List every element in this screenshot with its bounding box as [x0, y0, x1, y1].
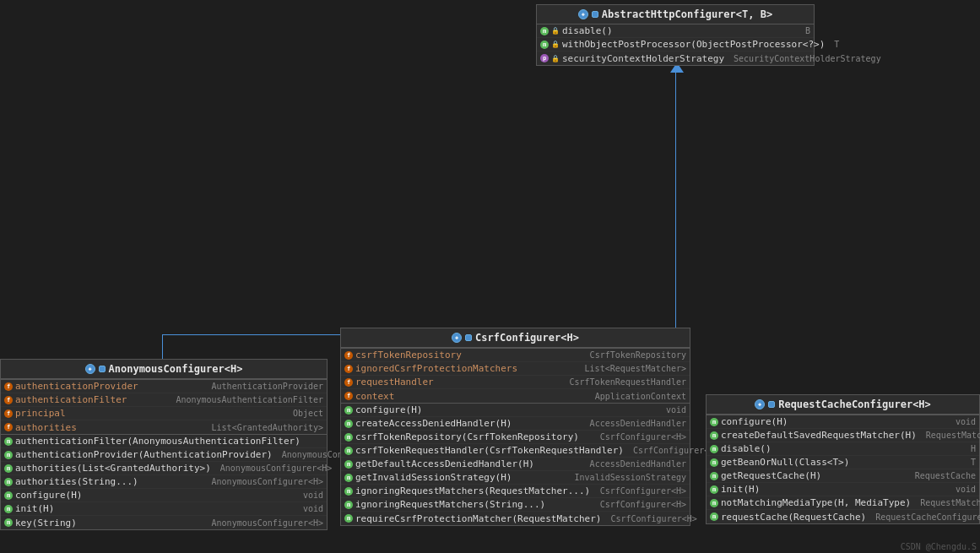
member-name-security: securityContextHolderStrategy	[562, 53, 724, 64]
csrf-field-tokenrepo[interactable]: f csrfTokenRepository CsrfTokenRepositor…	[341, 349, 690, 362]
field-principal[interactable]: f principal Object	[1, 407, 327, 420]
field-type-authprovider: AuthenticationProvider	[205, 382, 323, 391]
vis-m1: m	[4, 437, 13, 446]
request-cache-configurer-header: ◈ RequestCacheConfigurer<H>	[707, 395, 979, 415]
rcc-method-getbeannull[interactable]: m getBeanOrNull(Class<T>) T	[707, 456, 979, 469]
field-type-authfilter: AnonymousAuthenticationFilter	[169, 395, 323, 404]
method-key[interactable]: m key(String) AnonymousConfigurer<H>	[1, 516, 327, 529]
method-name-authorities-list: authorities(List<GrantedAuthority>)	[15, 463, 211, 474]
method-configure[interactable]: m configure(H) void	[1, 489, 327, 502]
csrf-method-configure[interactable]: m configure(H) void	[341, 404, 690, 417]
csrf-method-name-createaccessdenied: createAccessDeniedHandler(H)	[355, 418, 581, 429]
csrf-method-name-requirecsrfprotection: requireCsrfProtectionMatcher(RequestMatc…	[355, 513, 601, 524]
vis-m6: m	[4, 505, 13, 513]
field-type-authorities: List<GrantedAuthority>	[205, 423, 323, 432]
csrf-configurer-title: CsrfConfigurer<H>	[475, 332, 579, 344]
rcc-methods: m configure(H) void m createDefaultSaved…	[707, 415, 979, 523]
method-authfilter[interactable]: m authenticationFilter(AnonymousAuthenti…	[1, 435, 327, 448]
watermark: CSDN @Chengdu.S	[901, 542, 977, 551]
rcc-method-name-configure: configure(H)	[721, 416, 946, 427]
rcc-method-init[interactable]: m init(H) void	[707, 483, 979, 496]
vis-rm6: m	[710, 485, 718, 494]
field-authprovider[interactable]: f authenticationProvider AuthenticationP…	[1, 380, 327, 393]
rcc-method-disable[interactable]: m disable() H	[707, 442, 979, 456]
csrf-method-requirecsrfprotection[interactable]: m requireCsrfProtectionMatcher(RequestMa…	[341, 512, 690, 525]
rcc-method-name-getrequestcache: getRequestCache(H)	[721, 470, 906, 481]
vis-m4: m	[4, 478, 13, 486]
field-name-principal: principal	[15, 408, 284, 419]
csrf-method-getdefaultaccessdenied[interactable]: m getDefaultAccessDeniedHandler(H) Acces…	[341, 458, 690, 471]
member-securitycontextholderstrategy[interactable]: p 🔒 securityContextHolderStrategy Securi…	[537, 52, 814, 65]
field-name-authorities: authorities	[15, 422, 203, 433]
rcc-method-configure[interactable]: m configure(H) void	[707, 415, 979, 429]
vis-cm7: m	[344, 487, 353, 496]
field-authorities[interactable]: f authorities List<GrantedAuthority>	[1, 420, 327, 434]
csrf-field-requesthandler[interactable]: f requestHandler CsrfTokenRequestHandler	[341, 376, 690, 389]
rcc-method-type-init: void	[949, 485, 976, 494]
csrf-field-name-ignoredmatchers: ignoredCsrfProtectionMatchers	[355, 363, 576, 374]
vis-rm4: m	[710, 458, 718, 467]
method-name-authprovider: authenticationProvider(AuthenticationPro…	[15, 449, 273, 460]
csrf-field-type-tokenrepo: CsrfTokenRepository	[583, 350, 686, 360]
csrf-field-ignoredmatchers[interactable]: f ignoredCsrfProtectionMatchers List<Req…	[341, 362, 690, 376]
vis-f1: f	[4, 382, 13, 391]
vis-icon-p: p	[540, 54, 549, 62]
vis-f4: f	[4, 423, 13, 431]
rcc-method-type-createdefault: RequestMatcher	[919, 431, 980, 440]
csrf-method-createaccessdenied[interactable]: m createAccessDeniedHandler(H) AccessDen…	[341, 417, 690, 431]
vis-rm3: m	[710, 445, 718, 453]
class-icon-c	[465, 334, 472, 341]
csrf-method-name-getdefaultaccessdenied: getDefaultAccessDeniedHandler(H)	[355, 458, 581, 469]
vis-f3: f	[4, 409, 13, 418]
csrf-field-context[interactable]: f context ApplicationContext	[341, 389, 690, 403]
vis-m2: m	[4, 451, 13, 459]
rcc-method-createdefault[interactable]: m createDefaultSavedRequestMatcher(H) Re…	[707, 429, 979, 442]
vis-rm1: m	[710, 418, 718, 426]
csrf-method-type-getinvalidsession: InvalidSessionStrategy	[568, 473, 686, 482]
method-type-authorities-string: AnonymousConfigurer<H>	[205, 477, 323, 486]
csrf-method-tokenrequesthandler[interactable]: m csrfTokenRequestHandler(CsrfTokenReque…	[341, 444, 690, 458]
csrf-method-ignoringrequestmatchers-string[interactable]: m ignoringRequestMatchers(String...) Csr…	[341, 498, 690, 512]
vis-cm3: m	[344, 433, 353, 442]
member-withobjectpostprocessor[interactable]: m 🔒 withObjectPostProcessor(ObjectPostPr…	[537, 38, 814, 52]
anonymous-configurer-fields: f authenticationProvider AuthenticationP…	[1, 380, 327, 434]
connector-vertical-main	[675, 73, 676, 334]
csrf-method-getinvalidsession[interactable]: m getInvalidSessionStrategy(H) InvalidSe…	[341, 471, 690, 485]
csrf-method-name-getinvalidsession: getInvalidSessionStrategy(H)	[355, 472, 566, 483]
method-init[interactable]: m init(H) void	[1, 502, 327, 516]
csrf-configurer-box: ◈ CsrfConfigurer<H> f csrfTokenRepositor…	[340, 328, 690, 526]
method-name-key: key(String)	[15, 518, 203, 529]
method-authprovider[interactable]: m authenticationProvider(AuthenticationP…	[1, 448, 327, 462]
method-type-authorities-list: AnonymousConfigurer<H>	[214, 464, 332, 473]
abstract-icon-a: ◈	[85, 364, 95, 374]
csrf-method-ignoringrequestmatchers[interactable]: m ignoringRequestMatchers(RequestMatcher…	[341, 485, 690, 498]
rcc-method-type-disable: H	[964, 444, 976, 453]
anonymous-configurer-title: AnonymousConfigurer<H>	[109, 363, 243, 375]
rcc-method-getrequestcache[interactable]: m getRequestCache(H) RequestCache	[707, 469, 979, 483]
rcc-method-type-configure: void	[949, 417, 976, 426]
csrf-field-name-context: context	[355, 391, 586, 402]
vis-cm5: m	[344, 460, 353, 469]
rcc-method-name-init: init(H)	[721, 484, 946, 495]
method-authorities-string[interactable]: m authorities(String...) AnonymousConfig…	[1, 475, 327, 489]
vis-cm6: m	[344, 474, 353, 482]
rcc-method-type-getbeannull: T	[964, 458, 976, 467]
anonymous-configurer-box: ◈ AnonymousConfigurer<H> f authenticatio…	[0, 359, 328, 530]
vis-icon-m2: m	[540, 41, 549, 49]
rcc-method-name-getbeannull: getBeanOrNull(Class<T>)	[721, 457, 961, 468]
csrf-field-type-ignoredmatchers: List<RequestMatcher>	[578, 364, 686, 373]
csrf-method-tokenrepo[interactable]: m csrfTokenRepository(CsrfTokenRepositor…	[341, 431, 690, 444]
request-cache-configurer-box: ◈ RequestCacheConfigurer<H> m configure(…	[706, 394, 980, 524]
member-disable[interactable]: m 🔒 disable() B	[537, 24, 814, 38]
rcc-method-type-notmatchingmediatype: RequestMatcher	[913, 498, 980, 507]
rcc-method-notmatchingmediatype[interactable]: m notMatchingMediaType(H, MediaType) Req…	[707, 496, 979, 510]
abstract-icon-c: ◈	[452, 333, 462, 343]
anonymous-configurer-header: ◈ AnonymousConfigurer<H>	[1, 360, 327, 379]
field-authfilter[interactable]: f authenticationFilter AnonymousAuthenti…	[1, 393, 327, 407]
abstract-http-configurer-box: ◈ AbstractHttpConfigurer<T, B> m 🔒 disab…	[536, 4, 815, 66]
csrf-fields: f csrfTokenRepository CsrfTokenRepositor…	[341, 349, 690, 403]
csrf-configurer-header: ◈ CsrfConfigurer<H>	[341, 328, 690, 348]
anonymous-configurer-methods: m authenticationFilter(AnonymousAuthenti…	[1, 435, 327, 529]
rcc-method-requestcache[interactable]: m requestCache(RequestCache) RequestCach…	[707, 510, 979, 523]
method-authorities-list[interactable]: m authorities(List<GrantedAuthority>) An…	[1, 462, 327, 475]
